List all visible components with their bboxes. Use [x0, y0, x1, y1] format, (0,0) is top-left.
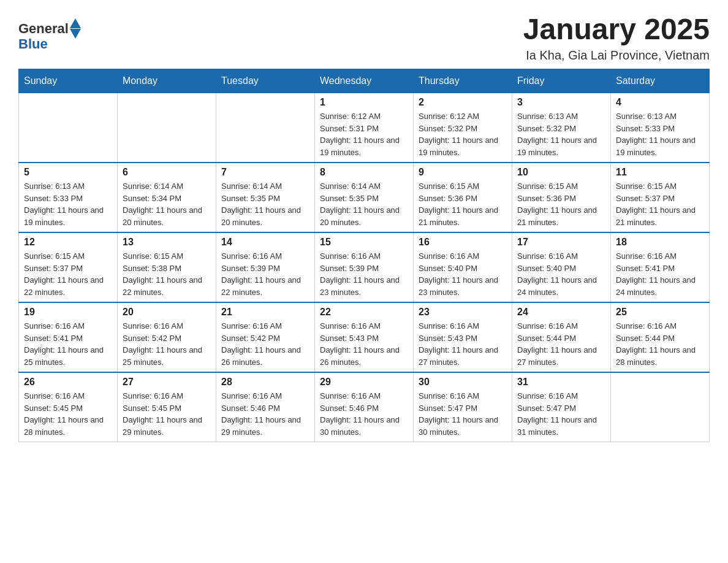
day-info: Sunrise: 6:16 AMSunset: 5:45 PMDaylight:…	[123, 390, 211, 438]
day-number: 10	[517, 167, 605, 178]
day-number: 13	[123, 237, 211, 248]
day-number: 12	[24, 237, 112, 248]
day-number: 31	[517, 377, 605, 388]
day-info: Sunrise: 6:16 AMSunset: 5:45 PMDaylight:…	[24, 390, 112, 438]
day-number: 1	[320, 97, 408, 108]
day-info: Sunrise: 6:14 AMSunset: 5:35 PMDaylight:…	[221, 180, 309, 228]
calendar-cell: 6Sunrise: 6:14 AMSunset: 5:34 PMDaylight…	[118, 163, 216, 232]
calendar-cell: 30Sunrise: 6:16 AMSunset: 5:47 PMDayligh…	[414, 372, 512, 442]
day-number: 19	[24, 307, 112, 318]
calendar-header-wednesday: Wednesday	[315, 69, 414, 93]
calendar-cell: 21Sunrise: 6:16 AMSunset: 5:42 PMDayligh…	[216, 302, 315, 372]
main-title: January 2025	[523, 12, 710, 46]
day-info: Sunrise: 6:16 AMSunset: 5:47 PMDaylight:…	[419, 390, 507, 438]
calendar-cell	[19, 93, 118, 163]
calendar-cell: 15Sunrise: 6:16 AMSunset: 5:39 PMDayligh…	[315, 232, 414, 302]
calendar-cell: 24Sunrise: 6:16 AMSunset: 5:44 PMDayligh…	[512, 302, 611, 372]
calendar-cell: 2Sunrise: 6:12 AMSunset: 5:32 PMDaylight…	[414, 93, 512, 163]
calendar-cell: 20Sunrise: 6:16 AMSunset: 5:42 PMDayligh…	[118, 302, 216, 372]
calendar-cell: 31Sunrise: 6:16 AMSunset: 5:47 PMDayligh…	[512, 372, 611, 442]
calendar-week-5: 26Sunrise: 6:16 AMSunset: 5:45 PMDayligh…	[19, 372, 710, 442]
day-number: 4	[616, 97, 704, 108]
calendar-cell: 26Sunrise: 6:16 AMSunset: 5:45 PMDayligh…	[19, 372, 118, 442]
day-number: 23	[419, 307, 507, 318]
day-info: Sunrise: 6:16 AMSunset: 5:40 PMDaylight:…	[517, 250, 605, 298]
calendar-cell: 10Sunrise: 6:15 AMSunset: 5:36 PMDayligh…	[512, 163, 611, 232]
calendar-header-row: SundayMondayTuesdayWednesdayThursdayFrid…	[19, 69, 710, 93]
day-info: Sunrise: 6:16 AMSunset: 5:41 PMDaylight:…	[616, 250, 704, 298]
calendar-cell: 9Sunrise: 6:15 AMSunset: 5:36 PMDaylight…	[414, 163, 512, 232]
day-number: 11	[616, 167, 704, 178]
day-info: Sunrise: 6:15 AMSunset: 5:37 PMDaylight:…	[24, 250, 112, 298]
day-info: Sunrise: 6:16 AMSunset: 5:46 PMDaylight:…	[320, 390, 408, 438]
calendar-cell	[118, 93, 216, 163]
calendar-cell: 19Sunrise: 6:16 AMSunset: 5:41 PMDayligh…	[19, 302, 118, 372]
day-info: Sunrise: 6:16 AMSunset: 5:40 PMDaylight:…	[419, 250, 507, 298]
day-number: 25	[616, 307, 704, 318]
day-info: Sunrise: 6:15 AMSunset: 5:36 PMDaylight:…	[419, 180, 507, 228]
day-number: 30	[419, 377, 507, 388]
day-number: 14	[221, 237, 309, 248]
day-number: 29	[320, 377, 408, 388]
calendar-cell: 23Sunrise: 6:16 AMSunset: 5:43 PMDayligh…	[414, 302, 512, 372]
day-number: 7	[221, 167, 309, 178]
day-info: Sunrise: 6:16 AMSunset: 5:44 PMDaylight:…	[517, 320, 605, 368]
calendar-cell: 17Sunrise: 6:16 AMSunset: 5:40 PMDayligh…	[512, 232, 611, 302]
day-info: Sunrise: 6:16 AMSunset: 5:44 PMDaylight:…	[616, 320, 704, 368]
day-info: Sunrise: 6:16 AMSunset: 5:42 PMDaylight:…	[221, 320, 309, 368]
day-info: Sunrise: 6:15 AMSunset: 5:38 PMDaylight:…	[123, 250, 211, 298]
day-info: Sunrise: 6:16 AMSunset: 5:39 PMDaylight:…	[320, 250, 408, 298]
day-number: 8	[320, 167, 408, 178]
calendar-header-monday: Monday	[118, 69, 216, 93]
calendar-cell	[611, 372, 710, 442]
logo-blue: Blue	[18, 36, 48, 52]
calendar-cell: 3Sunrise: 6:13 AMSunset: 5:32 PMDaylight…	[512, 93, 611, 163]
day-info: Sunrise: 6:13 AMSunset: 5:33 PMDaylight:…	[616, 110, 704, 158]
calendar-cell: 22Sunrise: 6:16 AMSunset: 5:43 PMDayligh…	[315, 302, 414, 372]
calendar-header-friday: Friday	[512, 69, 611, 93]
day-number: 28	[221, 377, 309, 388]
day-info: Sunrise: 6:16 AMSunset: 5:42 PMDaylight:…	[123, 320, 211, 368]
calendar-cell: 11Sunrise: 6:15 AMSunset: 5:37 PMDayligh…	[611, 163, 710, 232]
day-number: 15	[320, 237, 408, 248]
calendar-week-3: 12Sunrise: 6:15 AMSunset: 5:37 PMDayligh…	[19, 232, 710, 302]
day-number: 27	[123, 377, 211, 388]
day-number: 21	[221, 307, 309, 318]
day-number: 5	[24, 167, 112, 178]
calendar-cell: 18Sunrise: 6:16 AMSunset: 5:41 PMDayligh…	[611, 232, 710, 302]
day-info: Sunrise: 6:12 AMSunset: 5:32 PMDaylight:…	[419, 110, 507, 158]
calendar-cell: 13Sunrise: 6:15 AMSunset: 5:38 PMDayligh…	[118, 232, 216, 302]
calendar-cell: 7Sunrise: 6:14 AMSunset: 5:35 PMDaylight…	[216, 163, 315, 232]
day-info: Sunrise: 6:15 AMSunset: 5:36 PMDaylight:…	[517, 180, 605, 228]
day-number: 18	[616, 237, 704, 248]
calendar-cell: 5Sunrise: 6:13 AMSunset: 5:33 PMDaylight…	[19, 163, 118, 232]
day-number: 16	[419, 237, 507, 248]
day-info: Sunrise: 6:16 AMSunset: 5:46 PMDaylight:…	[221, 390, 309, 438]
day-number: 22	[320, 307, 408, 318]
calendar-cell	[216, 93, 315, 163]
calendar-cell: 25Sunrise: 6:16 AMSunset: 5:44 PMDayligh…	[611, 302, 710, 372]
day-number: 3	[517, 97, 605, 108]
calendar-week-1: 1Sunrise: 6:12 AMSunset: 5:31 PMDaylight…	[19, 93, 710, 163]
calendar-header-saturday: Saturday	[611, 69, 710, 93]
calendar: SundayMondayTuesdayWednesdayThursdayFrid…	[18, 69, 710, 442]
calendar-cell: 8Sunrise: 6:14 AMSunset: 5:35 PMDaylight…	[315, 163, 414, 232]
calendar-header-sunday: Sunday	[19, 69, 118, 93]
calendar-cell: 29Sunrise: 6:16 AMSunset: 5:46 PMDayligh…	[315, 372, 414, 442]
calendar-week-2: 5Sunrise: 6:13 AMSunset: 5:33 PMDaylight…	[19, 163, 710, 232]
day-number: 24	[517, 307, 605, 318]
day-info: Sunrise: 6:15 AMSunset: 5:37 PMDaylight:…	[616, 180, 704, 228]
day-info: Sunrise: 6:16 AMSunset: 5:39 PMDaylight:…	[221, 250, 309, 298]
day-info: Sunrise: 6:13 AMSunset: 5:33 PMDaylight:…	[24, 180, 112, 228]
logo-general: General	[18, 21, 69, 37]
calendar-cell: 1Sunrise: 6:12 AMSunset: 5:31 PMDaylight…	[315, 93, 414, 163]
day-info: Sunrise: 6:16 AMSunset: 5:41 PMDaylight:…	[24, 320, 112, 368]
calendar-cell: 12Sunrise: 6:15 AMSunset: 5:37 PMDayligh…	[19, 232, 118, 302]
day-number: 20	[123, 307, 211, 318]
day-number: 17	[517, 237, 605, 248]
logo: General Blue	[18, 18, 81, 52]
calendar-week-4: 19Sunrise: 6:16 AMSunset: 5:41 PMDayligh…	[19, 302, 710, 372]
day-number: 9	[419, 167, 507, 178]
day-info: Sunrise: 6:16 AMSunset: 5:43 PMDaylight:…	[419, 320, 507, 368]
day-number: 6	[123, 167, 211, 178]
